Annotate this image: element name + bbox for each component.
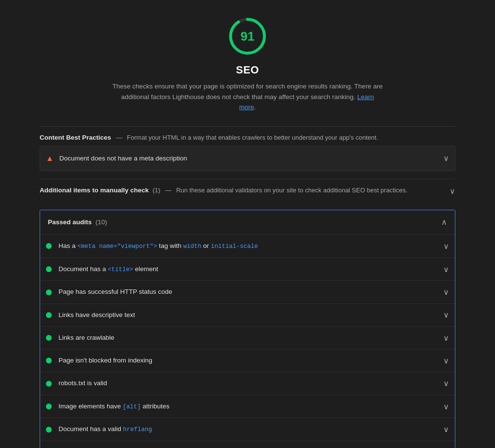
passed-audits-section: Passed audits (10) ∧ Has a <meta name="v…	[40, 210, 455, 448]
seo-description: These checks ensure that your page is op…	[112, 81, 383, 113]
pass-indicator	[46, 358, 52, 363]
pass-indicator	[46, 243, 52, 249]
passed-audits-title: Passed audits	[48, 218, 92, 226]
audit-item-link-text[interactable]: Links have descriptive text ∨	[40, 303, 455, 326]
pass-indicator	[46, 381, 52, 387]
audit-chevron-viewport: ∨	[443, 242, 449, 251]
content-best-practices-separator: —	[116, 134, 122, 141]
content-best-practices-title: Content Best Practices	[40, 134, 111, 141]
audit-chevron-robots-txt: ∨	[443, 379, 449, 388]
pass-indicator	[46, 312, 52, 318]
audit-chevron-http-status: ∨	[443, 288, 449, 297]
score-section: 91 SEO These checks ensure that your pag…	[40, 14, 455, 113]
pass-indicator	[46, 266, 52, 272]
audit-text-crawlable: Links are crawlable	[58, 333, 437, 343]
audit-item-crawlable[interactable]: Links are crawlable ∨	[40, 326, 455, 349]
audit-text-hreflang: Document has a valid hreflang	[58, 424, 437, 434]
main-content: 91 SEO These checks ensure that your pag…	[30, 0, 465, 448]
audit-chevron-hreflang: ∨	[443, 425, 449, 434]
audit-item-indexing[interactable]: Page isn't blocked from indexing ∨	[40, 349, 455, 372]
seo-title: SEO	[236, 64, 259, 76]
score-circle: 91	[226, 14, 269, 58]
audit-chevron-link-text: ∨	[443, 310, 449, 319]
warning-icon: ▲	[46, 154, 54, 163]
audit-item-document-title[interactable]: Document has a <title> element ∨	[40, 258, 455, 281]
audit-text-document-title: Document has a <title> element	[58, 264, 437, 275]
content-best-practices-section[interactable]: Content Best Practices — Format your HTM…	[40, 126, 455, 146]
pass-indicator	[46, 335, 52, 341]
audit-text-viewport: Has a <meta name="viewport"> tag with wi…	[58, 241, 437, 251]
warning-chevron-down: ∨	[443, 153, 449, 164]
audit-chevron-crawlable: ∨	[443, 333, 449, 343]
passed-audits-chevron-up: ∧	[441, 217, 447, 228]
score-value: 91	[241, 29, 255, 44]
audit-item-image-alt[interactable]: Image elements have [alt] attributes ∨	[40, 395, 455, 418]
pass-indicator	[46, 404, 52, 409]
audit-item-robots-txt[interactable]: robots.txt is valid ∨	[40, 372, 455, 394]
audit-text-image-alt: Image elements have [alt] attributes	[58, 402, 437, 412]
audit-text-robots-txt: robots.txt is valid	[58, 378, 437, 388]
audit-chevron-document-title: ∨	[443, 265, 449, 274]
audit-text-link-text: Links have descriptive text	[58, 310, 437, 320]
audit-chevron-image-alt: ∨	[443, 402, 449, 411]
seo-description-text: These checks ensure that your page is op…	[113, 83, 383, 101]
pass-indicator	[46, 289, 52, 295]
passed-audits-header[interactable]: Passed audits (10) ∧	[40, 210, 455, 234]
warning-item[interactable]: ▲ Document does not have a meta descript…	[40, 146, 455, 171]
passed-audits-count: (10)	[96, 218, 107, 226]
pass-indicator	[46, 427, 52, 433]
additional-items-section[interactable]: Additional items to manually check (1) —…	[40, 179, 455, 202]
additional-items-title: Additional items to manually check	[40, 187, 149, 194]
content-best-practices-desc: Format your HTML in a way that enables c…	[127, 134, 378, 141]
audit-chevron-indexing: ∨	[443, 356, 449, 365]
warning-text: Document does not have a meta descriptio…	[59, 155, 437, 162]
additional-items-count: (1)	[153, 187, 160, 194]
audit-item-plugins[interactable]: Document avoids plugins ∨	[40, 441, 455, 448]
audit-text-http-status: Page has successful HTTP status code	[58, 287, 437, 297]
audit-text-indexing: Page isn't blocked from indexing	[58, 356, 437, 365]
audit-item-http-status[interactable]: Page has successful HTTP status code ∨	[40, 280, 455, 303]
audit-item-viewport[interactable]: Has a <meta name="viewport"> tag with wi…	[40, 234, 455, 258]
audit-item-hreflang[interactable]: Document has a valid hreflang ∨	[40, 418, 455, 441]
additional-items-desc: Run these additional validators on your …	[176, 187, 407, 194]
additional-items-chevron-down: ∨	[450, 186, 455, 197]
